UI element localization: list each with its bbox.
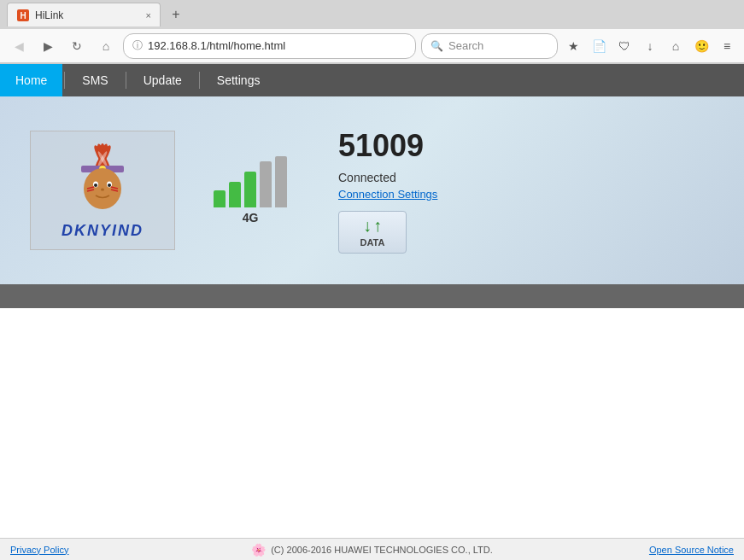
svg-point-15 [108, 184, 111, 187]
connection-status: Connected [338, 171, 437, 184]
data-button[interactable]: ↓ ↑ DATA [338, 211, 407, 254]
back-button[interactable]: ◀ [7, 34, 31, 58]
svg-text:H: H [20, 11, 26, 20]
reader-icon[interactable]: 📄 [589, 36, 609, 56]
search-icon: 🔍 [431, 40, 443, 52]
close-tab-button[interactable]: × [146, 10, 151, 20]
search-placeholder: Search [448, 39, 483, 52]
nav-separator-1 [64, 72, 65, 89]
download-icon[interactable]: ↓ [640, 36, 660, 56]
brand-logo-svg [51, 142, 154, 219]
privacy-policy-link[interactable]: Privacy Policy [10, 545, 68, 555]
signal-bar-4 [260, 161, 272, 207]
main-area: DKNYIND 4G 51009 Connected Connection Se… [0, 96, 744, 284]
url-bar[interactable]: ⓘ 192.168.8.1/html/home.html [123, 33, 416, 59]
data-button-label: DATA [360, 237, 385, 248]
info-area: 51009 Connected Connection Settings ↓ ↑ … [338, 128, 437, 254]
home-toolbar-icon[interactable]: ⌂ [665, 36, 686, 56]
arrow-down-icon: ↓ [363, 216, 372, 236]
tab-bar: H HiLink × + [0, 0, 744, 29]
url-text: 192.168.8.1/html/home.html [148, 39, 285, 52]
new-tab-button[interactable]: + [164, 3, 188, 26]
huawei-logo-icon: 🌸 [251, 543, 266, 557]
menu-icon[interactable]: ≡ [717, 36, 737, 56]
nav-item-update[interactable]: Update [128, 64, 197, 96]
nav-bar: Home SMS Update Settings [0, 64, 744, 96]
arrow-up-icon: ↑ [373, 216, 382, 236]
svg-point-14 [94, 184, 97, 187]
forward-button[interactable]: ▶ [36, 34, 60, 58]
info-icon: ⓘ [132, 38, 143, 53]
search-bar[interactable]: 🔍 Search [421, 33, 558, 59]
profile-icon[interactable]: 🙂 [691, 36, 712, 56]
logo-area: DKNYIND [17, 122, 188, 259]
active-tab[interactable]: H HiLink × [7, 3, 161, 26]
connection-settings-link[interactable]: Connection Settings [338, 188, 437, 201]
bottom-band [0, 284, 744, 308]
nav-item-sms[interactable]: SMS [67, 64, 123, 96]
nav-separator-2 [126, 72, 126, 89]
tab-title: HiLink [35, 9, 63, 21]
footer-center: 🌸 (C) 2006-2016 HUAWEI TECHNOLOGIES CO.,… [251, 543, 493, 557]
footer: Privacy Policy 🌸 (C) 2006-2016 HUAWEI TE… [0, 538, 744, 560]
data-arrows: ↓ ↑ [363, 216, 382, 236]
footer-right: Open Source Notice [493, 545, 734, 555]
pocket-icon[interactable]: 🛡 [614, 36, 635, 56]
signal-area: 4G [214, 156, 287, 225]
signal-bar-1 [214, 190, 226, 207]
signal-bar-2 [229, 182, 241, 207]
open-source-notice-link[interactable]: Open Source Notice [649, 545, 734, 555]
nav-separator-3 [199, 72, 200, 89]
signal-bars [214, 156, 287, 207]
svg-point-16 [101, 188, 104, 190]
phone-number: 51009 [338, 128, 437, 164]
signal-bar-5 [275, 156, 287, 207]
browser-chrome: H HiLink × + ◀ ▶ ↻ ⌂ ⓘ 192.168.8.1/html/… [0, 0, 744, 64]
bookmark-icon[interactable]: ★ [563, 36, 583, 56]
home-button[interactable]: ⌂ [94, 34, 118, 58]
address-bar: ◀ ▶ ↻ ⌂ ⓘ 192.168.8.1/html/home.html 🔍 S… [0, 29, 744, 63]
copyright-text: (C) 2006-2016 HUAWEI TECHNOLOGIES CO., L… [271, 545, 493, 555]
nav-item-settings[interactable]: Settings [202, 64, 276, 96]
toolbar-icons: ★ 📄 🛡 ↓ ⌂ 🙂 ≡ [563, 36, 737, 56]
tab-favicon: H [16, 9, 30, 22]
page-content: Home SMS Update Settings [0, 64, 744, 539]
signal-bar-3 [244, 172, 256, 207]
footer-left: Privacy Policy [10, 545, 251, 555]
signal-type-label: 4G [243, 211, 259, 225]
nav-item-home[interactable]: Home [0, 64, 62, 96]
logo-text: DKNYIND [62, 222, 144, 240]
logo-background: DKNYIND [30, 131, 175, 250]
reload-button[interactable]: ↻ [65, 34, 89, 58]
